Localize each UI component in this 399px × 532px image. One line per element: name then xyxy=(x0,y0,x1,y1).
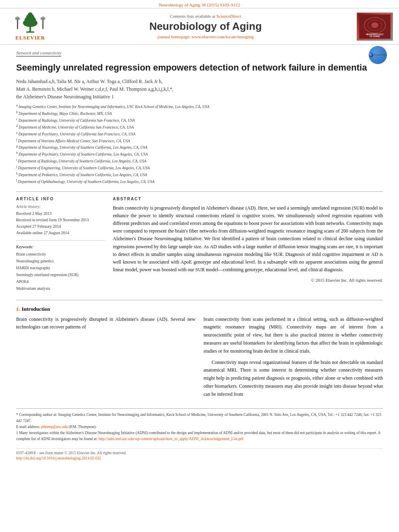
svg-point-8 xyxy=(17,16,18,18)
accepted-date: Accepted 27 February 2014 xyxy=(16,223,105,230)
history-label: Article history: xyxy=(16,204,105,209)
keywords-block: Keywords: Brain connectivityNeuroimaging… xyxy=(16,245,105,292)
affiliation-2: c Department of Radiology, University of… xyxy=(16,117,383,124)
keyword-0: Brain connectivity xyxy=(16,251,105,258)
introduction-section: 1. Introduction Brain connectivity is pr… xyxy=(16,300,383,402)
affiliation-0: a Imaging Genetics Center, Institute for… xyxy=(16,103,383,110)
svg-point-4 xyxy=(28,12,33,17)
intro-col-left: Brain connectivity is progressively disr… xyxy=(16,316,195,402)
svg-rect-5 xyxy=(26,31,34,33)
crossmark-label: CrossMark xyxy=(373,53,387,56)
journal-homepage: journal homepage: www.elsevier.com/locat… xyxy=(158,34,254,39)
svg-rect-6 xyxy=(17,19,18,29)
intro-para2-right: Connectivity maps reveal organizational … xyxy=(204,359,383,399)
keyword-1: Neuroimaging genetics xyxy=(16,258,105,264)
footnote-area: * Corresponding author at: Imaging Genet… xyxy=(16,408,383,443)
svg-point-15 xyxy=(371,22,378,28)
journal-citation: Neurobiology of Aging 36 (2015) S103–S11… xyxy=(0,0,399,8)
elsevier-logo-area: ELSEVIER xyxy=(4,12,56,41)
intro-para1-left: Brain connectivity is progressively disr… xyxy=(16,316,195,332)
copyright-line: © 2015 Elsevier Inc. All rights reserved… xyxy=(113,278,383,283)
intro-heading-area: 1. Introduction xyxy=(16,306,383,316)
corresponding-footnote: * Corresponding author at: Imaging Genet… xyxy=(16,412,383,424)
available-date: Available online 27 August 2014 xyxy=(16,230,105,236)
received-date: Received 2 May 2013 xyxy=(16,210,105,217)
received-revised-date: Received in revised form 19 November 201… xyxy=(16,217,105,223)
affiliation-7: h Department of Psychiatry, University o… xyxy=(16,151,383,158)
affiliation-10: k Department of Pediatrics, University o… xyxy=(16,171,383,178)
adni-link[interactable]: http://adni.loni.usc.edu/wp-content/uplo… xyxy=(98,437,243,441)
email-footnote: E-mail address: pthomp@usc.edu (P.M. Tho… xyxy=(16,424,383,430)
affiliation-4: e Department of Psychiatry, University o… xyxy=(16,131,383,137)
abstract-column: ABSTRACT Brain connectivity is progressi… xyxy=(113,197,383,292)
svg-rect-9 xyxy=(42,19,44,29)
svg-point-11 xyxy=(42,16,44,18)
doi-link[interactable]: http://dx.doi.org/10.1016/j.neurobiolagi… xyxy=(16,456,101,460)
doi-line: http://dx.doi.org/10.1016/j.neurobiolagi… xyxy=(16,456,383,460)
crossmark-icon: C CrossMark xyxy=(369,46,387,64)
article-info-column: ARTICLE INFO Article history: Received 2… xyxy=(16,197,105,292)
cover-graphic: NEUROBIOLOGY OF AGING xyxy=(357,15,393,39)
intro-body-columns: Brain connectivity is progressively disr… xyxy=(16,316,383,402)
elsevier-tree-icon xyxy=(12,12,48,34)
article-history-block: Article history: Received 2 May 2013 Rec… xyxy=(16,204,105,241)
journal-cover-image: NEUROBIOLOGY OF AGING xyxy=(357,12,393,41)
article-content: Network and connectivity C CrossMark See… xyxy=(0,45,399,468)
intro-heading-text: Introduction xyxy=(22,306,50,312)
title-area: C CrossMark Seemingly unrelated regressi… xyxy=(16,62,383,74)
keyword-2: HARDI tractography xyxy=(16,264,105,271)
authors-block: Neda Jahanshad a,h, Talia M. Nir a, Arth… xyxy=(16,78,383,101)
abstract-heading: ABSTRACT xyxy=(113,197,383,201)
journal-header: ELSEVIER Contents lists available at Sci… xyxy=(0,8,399,45)
section-tag: Network and connectivity xyxy=(16,50,61,56)
journal-cover-area: NEUROBIOLOGY OF AGING xyxy=(355,12,395,41)
authors-line1: Neda Jahanshad a,h, Talia M. Nir a, Arth… xyxy=(16,78,383,85)
article-title: Seemingly unrelated regression empowers … xyxy=(16,62,383,74)
article-info-heading: ARTICLE INFO xyxy=(16,197,105,201)
affiliation-8: i Department of Radiology, University of… xyxy=(16,158,383,164)
keyword-3: Seemingly unrelated regression (SUR) xyxy=(16,271,105,278)
keywords-list: Brain connectivityNeuroimaging geneticsH… xyxy=(16,251,105,292)
intro-para1-right: brain connectivity from scans performed … xyxy=(204,316,383,355)
svg-text:OF AGING: OF AGING xyxy=(370,35,380,37)
footnote1-text: 1 Many investigators within the Alzheime… xyxy=(16,430,383,442)
affiliation-6: g Department of Neurology, University of… xyxy=(16,144,383,151)
affiliation-11: l Department of Ophthalmology, Universit… xyxy=(16,178,383,185)
issn-line: 0197-4580/$ – see front matter © 2015 El… xyxy=(16,451,383,455)
elsevier-logo: ELSEVIER xyxy=(12,12,48,41)
authors-line2: Matt A. Bernstein b, Michael W. Weiner c… xyxy=(16,85,383,93)
elsevier-text: ELSEVIER xyxy=(15,35,45,41)
intro-col-right: brain connectivity from scans performed … xyxy=(204,316,383,402)
sciencedirect-link[interactable]: ScienceDirect xyxy=(216,14,241,19)
affiliation-1: b Department of Radiology, Mayo Clinic, … xyxy=(16,110,383,117)
bottom-info: 0197-4580/$ – see front matter © 2015 El… xyxy=(16,448,383,460)
affiliation-3: d Department of Medicine, University of … xyxy=(16,124,383,131)
email-link[interactable]: pthomp@usc.edu xyxy=(41,425,68,429)
info-abstract-columns: ARTICLE INFO Article history: Received 2… xyxy=(16,191,383,292)
crossmark-area: C CrossMark xyxy=(369,46,387,64)
authors-line3: the Alzheimer's Disease Neuroimaging Ini… xyxy=(16,93,383,101)
keywords-label: Keywords: xyxy=(16,245,105,249)
affiliation-9: j Department of Engineering, University … xyxy=(16,164,383,171)
journal-title: Neurobiology of Aging xyxy=(149,20,262,33)
journal-center-header: Contents lists available at ScienceDirec… xyxy=(60,14,351,39)
sciencedirect-line: Contents lists available at ScienceDirec… xyxy=(170,14,241,19)
keyword-4: APOE4 xyxy=(16,278,105,285)
intro-number: 1. xyxy=(16,306,20,312)
keyword-5: Multivariate analysis xyxy=(16,285,105,292)
affiliation-5: f Department of Veterans Affairs Medical… xyxy=(16,137,383,144)
abstract-text: Brain connectivity is progressively disr… xyxy=(113,204,383,274)
affiliations-block: a Imaging Genetics Center, Institute for… xyxy=(16,103,383,185)
